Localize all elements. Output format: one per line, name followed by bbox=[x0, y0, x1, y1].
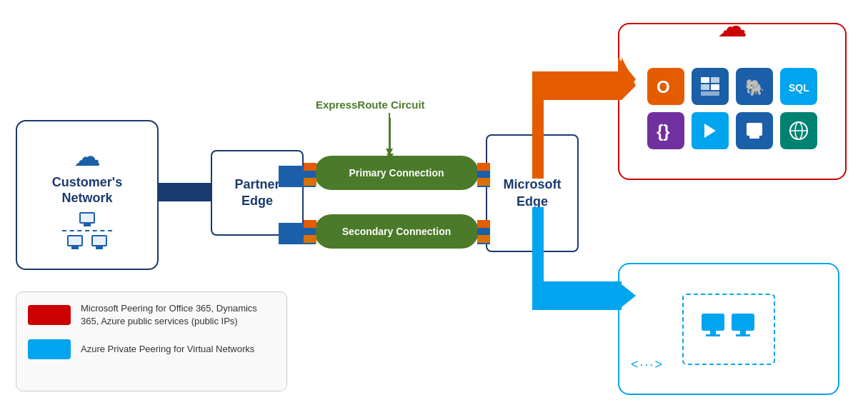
svg-rect-23 bbox=[701, 77, 709, 83]
legend-color-red bbox=[28, 305, 71, 325]
legend-box: Microsoft Peering for Office 365, Dynami… bbox=[16, 291, 287, 391]
primary-connection-pill: Primary Connection bbox=[314, 156, 479, 190]
legend-text-red: Microsoft Peering for Office 365, Dynami… bbox=[81, 302, 275, 328]
svg-rect-0 bbox=[159, 183, 212, 201]
network-computers-icon bbox=[62, 212, 112, 249]
media-icon bbox=[692, 112, 729, 149]
office-icon: O bbox=[647, 68, 684, 105]
microsoft-edge-box: Microsoft Edge bbox=[486, 134, 579, 252]
svg-rect-31 bbox=[747, 123, 762, 136]
hdinsight-icon: 🐘 bbox=[736, 68, 773, 105]
customer-cloud-icon: ☁ bbox=[74, 141, 101, 172]
legend-item-blue: Azure Private Peering for Virtual Networ… bbox=[28, 339, 275, 359]
svg-rect-16 bbox=[532, 71, 622, 100]
office365-services-box: ☁ O 🐘 SQL bbox=[618, 23, 847, 180]
office365-cloud-icon: ☁ bbox=[717, 9, 747, 44]
analytics-icon bbox=[692, 68, 729, 105]
svg-rect-24 bbox=[711, 77, 719, 83]
legend-color-blue bbox=[28, 339, 71, 359]
svg-rect-37 bbox=[710, 331, 716, 334]
azure-private-box: <···> bbox=[618, 263, 839, 395]
globe-icon bbox=[780, 112, 817, 149]
svg-rect-32 bbox=[749, 136, 759, 139]
legend-item-red: Microsoft Peering for Office 365, Dynami… bbox=[28, 302, 275, 328]
expressroute-arrow bbox=[389, 118, 391, 154]
svg-rect-26 bbox=[711, 84, 719, 90]
svg-text:🐘: 🐘 bbox=[745, 78, 765, 97]
svg-text:{}: {} bbox=[657, 121, 670, 141]
svg-rect-25 bbox=[701, 84, 709, 90]
partner-edge-label: Partner Edge bbox=[234, 176, 279, 210]
svg-rect-36 bbox=[702, 314, 724, 331]
svg-rect-41 bbox=[736, 334, 750, 336]
secondary-connection-label: Secondary Connection bbox=[342, 226, 451, 237]
customer-network-label: Customer's Network bbox=[52, 175, 122, 206]
expressroute-label: ExpressRoute Circuit bbox=[316, 99, 425, 111]
svg-text:O: O bbox=[657, 77, 670, 96]
api-icon: {} bbox=[647, 112, 684, 149]
svg-rect-20 bbox=[532, 281, 622, 310]
primary-connection-label: Primary Connection bbox=[349, 167, 444, 179]
sql-icon: SQL bbox=[780, 68, 817, 105]
svg-rect-3 bbox=[304, 178, 316, 186]
partner-edge-box: Partner Edge bbox=[211, 150, 304, 236]
svg-rect-39 bbox=[732, 314, 754, 331]
customer-network-box: ☁ Customer's Network bbox=[16, 120, 159, 270]
office365-icons: O 🐘 SQL {} bbox=[627, 68, 838, 149]
diagram-container: ☁ Customer's Network bbox=[0, 0, 868, 415]
secondary-connection-pill: Secondary Connection bbox=[314, 214, 479, 249]
legend-text-blue: Azure Private Peering for Virtual Networ… bbox=[81, 343, 254, 356]
svg-rect-27 bbox=[701, 91, 719, 96]
azure-dots-icon: <···> bbox=[631, 357, 664, 372]
svg-rect-38 bbox=[706, 334, 720, 336]
svg-text:SQL: SQL bbox=[789, 82, 809, 94]
azure-inner-network bbox=[682, 294, 775, 365]
microsoft-edge-label: Microsoft Edge bbox=[504, 176, 562, 210]
storage-icon bbox=[736, 112, 773, 149]
vm-icon bbox=[700, 308, 757, 351]
svg-rect-40 bbox=[740, 331, 746, 334]
